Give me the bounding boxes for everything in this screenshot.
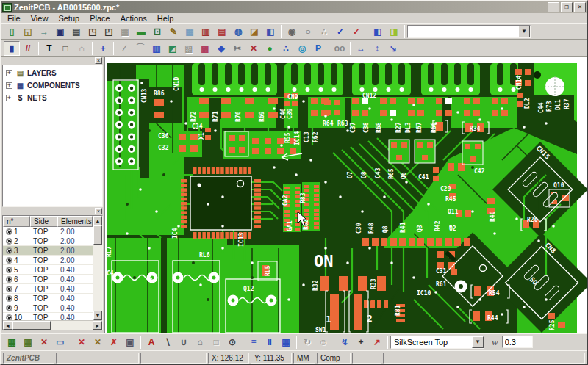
- sidebar-item-components[interactable]: +▦COMPONENTS: [3, 79, 102, 92]
- width-input[interactable]: [502, 336, 533, 348]
- pcb-drawing[interactable]: CN1DCN13R86R72C34R71R70R69CN9C40C39X1C36…: [105, 57, 587, 333]
- zoom-extents-icon[interactable]: ◳: [85, 24, 101, 39]
- scrollbar-thumb[interactable]: [93, 225, 102, 245]
- layer-radio-icon[interactable]: [7, 277, 12, 282]
- properties-icon[interactable]: ✎: [165, 24, 182, 39]
- arc-tool-icon[interactable]: ⌒: [132, 41, 148, 56]
- pad-column-icon[interactable]: ‖: [262, 335, 278, 350]
- place-component-icon[interactable]: ◩: [165, 41, 181, 56]
- open-folder-icon[interactable]: ◱: [20, 24, 36, 39]
- move-ref-icon[interactable]: +: [353, 335, 369, 350]
- close-icon[interactable]: ×: [95, 57, 102, 64]
- hatch-tool-icon[interactable]: //: [20, 41, 36, 56]
- menu-help[interactable]: Help: [152, 14, 179, 23]
- package-icon[interactable]: ◧: [262, 24, 279, 39]
- dim-set-icon[interactable]: ↘: [385, 41, 401, 56]
- pad-row-icon[interactable]: ≡: [245, 335, 262, 350]
- footprint-library-icon[interactable]: ▤: [214, 24, 230, 39]
- chevron-down-icon[interactable]: ▼: [472, 336, 484, 348]
- info-icon[interactable]: ☺: [315, 335, 331, 350]
- draw-polyline-icon[interactable]: ∪: [176, 335, 192, 350]
- dim-vertical-icon[interactable]: ↕: [369, 41, 385, 56]
- zoom-window-icon[interactable]: ◰: [101, 24, 117, 39]
- delete-track-icon[interactable]: ✕: [74, 335, 90, 350]
- cut-tool-icon[interactable]: ✂: [229, 41, 245, 56]
- column-header-elements[interactable]: Elements: [57, 216, 93, 227]
- rename-component-icon[interactable]: ▧: [181, 41, 197, 56]
- layer-radio-icon[interactable]: [7, 258, 12, 263]
- layer-radio-icon[interactable]: [7, 306, 12, 311]
- table-row[interactable]: 8TOP0.40: [3, 294, 93, 303]
- pad-grid-icon[interactable]: ▦: [278, 335, 294, 350]
- table-row[interactable]: 1TOP2.00: [3, 227, 93, 236]
- expand-icon[interactable]: +: [6, 82, 12, 89]
- sidebar-item-layers[interactable]: +▤LAYERS: [3, 67, 102, 79]
- draw-rectangle-icon[interactable]: □: [208, 335, 224, 350]
- column-header-side[interactable]: Side: [30, 216, 57, 227]
- polygon-tool-icon[interactable]: ⌂: [74, 41, 90, 56]
- pad-array-icon[interactable]: ∴: [278, 41, 294, 56]
- via-tool-icon[interactable]: ●: [262, 41, 278, 56]
- layer-radio-icon[interactable]: [7, 286, 12, 292]
- table-row[interactable]: 4TOP2.00: [3, 256, 93, 265]
- menu-file[interactable]: File: [2, 14, 26, 23]
- display-icon[interactable]: ▭: [52, 335, 68, 350]
- drc-clear-icon[interactable]: ✓: [348, 24, 365, 39]
- select-tool-icon[interactable]: ▮: [4, 41, 20, 56]
- drc-check-icon[interactable]: ✓: [332, 24, 348, 39]
- table-row[interactable]: 5TOP0.40: [3, 265, 93, 275]
- move-tool-icon[interactable]: +: [95, 41, 111, 56]
- menu-setup[interactable]: Setup: [53, 14, 85, 23]
- pin-tool-icon[interactable]: P: [310, 41, 326, 56]
- close-icon[interactable]: ×: [95, 208, 102, 214]
- menu-place[interactable]: Place: [85, 14, 115, 23]
- text-tool-icon[interactable]: T: [41, 41, 57, 56]
- scroll-up-icon[interactable]: ▲: [93, 216, 102, 225]
- lock-icon[interactable]: ◉: [284, 24, 300, 39]
- snap-icon[interactable]: ∴: [316, 24, 332, 39]
- replace-component-icon[interactable]: ▩: [197, 41, 213, 56]
- netlist-icon[interactable]: ⊡: [149, 24, 165, 39]
- layer-radio-icon[interactable]: [7, 315, 12, 320]
- minimize-button[interactable]: –: [548, 2, 559, 12]
- expand-icon[interactable]: +: [6, 70, 12, 76]
- layer-radio-icon[interactable]: [7, 239, 12, 244]
- layer-radio-icon[interactable]: [7, 229, 12, 234]
- layer-pair-icon[interactable]: ◧: [370, 24, 386, 39]
- report-icon[interactable]: ▦: [182, 24, 198, 39]
- print-icon[interactable]: ▤: [68, 24, 85, 39]
- board-icon[interactable]: ▬: [133, 24, 149, 39]
- target-via-icon[interactable]: ◎: [294, 41, 310, 56]
- project-icon[interactable]: ◪: [246, 24, 262, 39]
- grid-icon[interactable]: ▦: [117, 24, 133, 39]
- delete-segment-icon[interactable]: ✕: [90, 335, 106, 350]
- vertical-scrollbar[interactable]: ▲ ▼: [93, 216, 102, 320]
- column-header-n[interactable]: n°: [3, 216, 30, 227]
- delete-tool-icon[interactable]: ✕: [245, 41, 262, 56]
- rectangle-tool-icon[interactable]: □: [57, 41, 74, 56]
- pcb-canvas[interactable]: CN1DCN13R86R72C34R71R70R69CN9C40C39X1C36…: [104, 57, 587, 333]
- close-button[interactable]: ×: [574, 2, 586, 12]
- import-icon[interactable]: →: [36, 24, 52, 39]
- rotate-component-icon[interactable]: ◆: [213, 41, 229, 56]
- draw-circle-icon[interactable]: ⊙: [224, 335, 240, 350]
- table-row[interactable]: 2TOP2.00: [3, 236, 93, 246]
- clear-board-icon[interactable]: ✕: [36, 335, 52, 350]
- table-row[interactable]: 6TOP0.40: [3, 275, 93, 284]
- layer-radio-icon[interactable]: [7, 296, 12, 301]
- menu-view[interactable]: View: [26, 14, 54, 23]
- table-row[interactable]: 3TOP2.00: [3, 246, 93, 256]
- menu-actions[interactable]: Actions: [115, 14, 152, 23]
- place-text-icon[interactable]: A: [143, 335, 159, 350]
- maximize-button[interactable]: ❐: [561, 2, 573, 12]
- layer-swap-icon[interactable]: ◨: [386, 24, 402, 39]
- dim-horizontal-icon[interactable]: ↔: [353, 41, 369, 56]
- new-file-icon[interactable]: ▯: [4, 24, 20, 39]
- copy-tool-icon[interactable]: oo: [331, 41, 348, 56]
- layer-radio-icon[interactable]: [7, 248, 12, 253]
- sidebar-item-nets[interactable]: +$NETS: [3, 92, 102, 104]
- draw-polygon-icon[interactable]: ⌂: [192, 335, 208, 350]
- table-row[interactable]: 9TOP0.40: [3, 303, 93, 313]
- scroll-left-icon[interactable]: ◄: [3, 321, 12, 330]
- web-icon[interactable]: ◍: [230, 24, 246, 39]
